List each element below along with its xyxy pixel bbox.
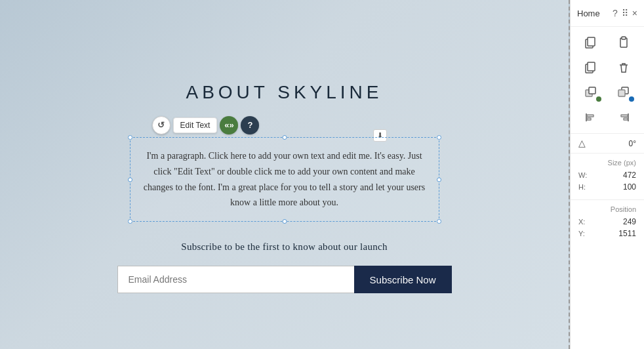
panel-paste-button[interactable] bbox=[612, 32, 635, 53]
back-badge bbox=[629, 96, 634, 102]
x-value: 249 bbox=[593, 217, 636, 226]
svg-rect-7 bbox=[589, 87, 595, 94]
panel-icon-row-2 bbox=[574, 57, 640, 78]
rotation-row: △ 0° bbox=[571, 133, 644, 153]
handle-bottom-left[interactable] bbox=[128, 219, 132, 224]
panel-bring-forward-button[interactable] bbox=[579, 82, 603, 103]
y-label: Y: bbox=[578, 230, 589, 237]
height-value: 100 bbox=[593, 182, 636, 192]
email-input[interactable] bbox=[117, 266, 354, 293]
width-row: W: 472 bbox=[578, 171, 636, 180]
handle-top-right[interactable] bbox=[437, 135, 441, 140]
arrows-icon: «» bbox=[224, 120, 233, 130]
rotation-icon: △ bbox=[578, 138, 586, 149]
undo-button[interactable]: ↺ bbox=[152, 116, 171, 134]
panel-icon-row-4 bbox=[574, 107, 640, 128]
width-value: 472 bbox=[593, 171, 636, 180]
svg-rect-9 bbox=[618, 90, 625, 96]
panel-help-button[interactable]: ? bbox=[613, 8, 618, 18]
height-label: H: bbox=[578, 183, 589, 191]
undo-icon: ↺ bbox=[157, 120, 165, 130]
panel-align-right-button[interactable] bbox=[612, 107, 635, 128]
handle-bottom-center[interactable] bbox=[282, 219, 287, 224]
height-row: H: 100 bbox=[578, 182, 636, 192]
position-section: Position X: 249 Y: 1511 bbox=[571, 199, 644, 246]
svg-rect-11 bbox=[587, 115, 594, 117]
text-box-wrapper: ⬇ I'm a paragraph. Click here to add you… bbox=[130, 137, 439, 222]
canvas-area: ABOUT SKYLINE ↺ Edit Text «» ? ⬇ I'm a p… bbox=[0, 0, 570, 349]
size-title: Size (px) bbox=[578, 159, 636, 167]
handle-bottom-right[interactable] bbox=[437, 219, 441, 224]
position-title: Position bbox=[578, 205, 636, 213]
page-content: ABOUT SKYLINE ↺ Edit Text «» ? ⬇ I'm a p… bbox=[88, 56, 481, 293]
edit-toolbar: ↺ Edit Text «» ? bbox=[152, 116, 260, 134]
x-row: X: 249 bbox=[578, 217, 636, 226]
handle-top-left[interactable] bbox=[128, 135, 132, 140]
size-section: Size (px) W: 472 H: 100 bbox=[571, 153, 644, 199]
y-value: 1511 bbox=[593, 229, 636, 238]
panel-duplicate-button[interactable] bbox=[579, 57, 603, 78]
forward-back-button[interactable]: «» bbox=[220, 116, 238, 134]
x-label: X: bbox=[578, 218, 589, 226]
subscribe-heading: Subscribe to be the first to know about … bbox=[181, 241, 388, 253]
panel-send-back-button[interactable] bbox=[612, 82, 635, 103]
svg-rect-14 bbox=[621, 115, 628, 117]
handle-top-center[interactable] bbox=[282, 135, 287, 140]
panel-align-left-button[interactable] bbox=[579, 107, 603, 128]
svg-rect-12 bbox=[587, 118, 591, 120]
svg-rect-15 bbox=[624, 118, 628, 120]
handle-middle-right[interactable] bbox=[437, 177, 441, 182]
svg-rect-3 bbox=[622, 37, 626, 39]
panel-delete-button[interactable] bbox=[612, 57, 635, 78]
svg-rect-5 bbox=[588, 62, 595, 71]
forward-badge bbox=[596, 96, 601, 102]
panel-close-button[interactable]: × bbox=[632, 8, 637, 18]
panel-dots-button[interactable]: ⠿ bbox=[622, 8, 628, 18]
paragraph-text-box[interactable]: I'm a paragraph. Click here to add your … bbox=[130, 137, 439, 222]
panel-icon-row-1 bbox=[574, 32, 640, 53]
y-row: Y: 1511 bbox=[578, 229, 636, 238]
width-label: W: bbox=[578, 171, 589, 179]
about-heading: ABOUT SKYLINE bbox=[186, 82, 382, 103]
subscribe-button[interactable]: Subscribe Now bbox=[354, 266, 452, 293]
panel-icon-row-3 bbox=[574, 82, 640, 103]
panel-copy-button[interactable] bbox=[579, 32, 603, 53]
handle-middle-left[interactable] bbox=[128, 177, 132, 182]
help-button[interactable]: ? bbox=[241, 116, 259, 134]
panel-header-icons: ? ⠿ × bbox=[613, 8, 637, 18]
panel-header: Home ? ⠿ × bbox=[571, 0, 644, 27]
subscribe-form: Subscribe Now bbox=[117, 266, 452, 293]
svg-rect-1 bbox=[588, 37, 595, 46]
right-panel: Home ? ⠿ × bbox=[570, 0, 644, 349]
help-icon: ? bbox=[247, 120, 252, 130]
rotation-value: 0° bbox=[629, 139, 636, 148]
paragraph-text: I'm a paragraph. Click here to add your … bbox=[144, 151, 425, 207]
panel-icons-grid bbox=[571, 27, 644, 133]
edit-text-button[interactable]: Edit Text bbox=[173, 117, 218, 133]
panel-home-label: Home bbox=[577, 9, 600, 18]
